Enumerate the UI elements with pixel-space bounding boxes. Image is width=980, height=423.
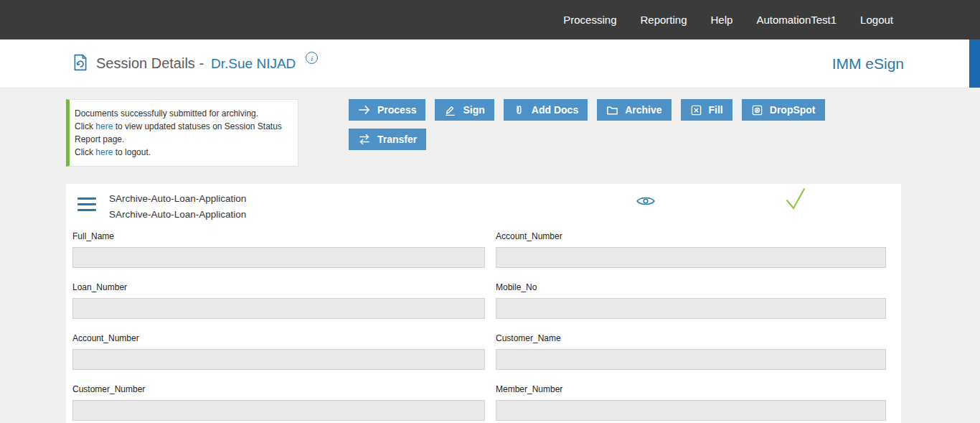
field-label-customer-number: Customer_Number: [72, 384, 485, 394]
boxed-x-icon: [690, 104, 702, 116]
boxed-target-icon: [751, 104, 763, 116]
nav-item-reporting[interactable]: Reporting: [640, 14, 687, 26]
page-title: Session Details -: [96, 55, 204, 72]
field-account-number: Account_Number: [496, 231, 886, 268]
field-label-full-name: Full_Name: [72, 231, 485, 241]
dropspot-button[interactable]: DropSpot: [742, 99, 825, 121]
double-arrow-icon: [358, 133, 371, 146]
field-label-loan-number: Loan_Number: [72, 282, 485, 292]
brand-logo: IMM eSign: [832, 55, 904, 73]
action-toolbar: Process Sign Add Docs: [349, 99, 851, 150]
top-nav: Processing Reporting Help AutomationTest…: [0, 0, 980, 39]
field-member-number: Member_Number: [496, 384, 886, 421]
header-edge-accent: [969, 39, 980, 88]
field-full-name: Full_Name: [72, 231, 485, 268]
transfer-button[interactable]: Transfer: [349, 129, 426, 150]
arrow-right-icon: [358, 103, 371, 116]
document-subtitle: SArchive-Auto-Loan-Application: [109, 207, 246, 223]
field-loan-number: Loan_Number: [72, 282, 485, 319]
menu-icon[interactable]: [77, 197, 96, 231]
field-input-account-number[interactable]: [496, 247, 886, 268]
field-label-mobile-no: Mobile_No: [496, 282, 886, 292]
session-status-report-link[interactable]: here: [95, 121, 113, 131]
field-input-customer-name[interactable]: [496, 349, 886, 370]
document-card: SArchive-Auto-Loan-Application SArchive-…: [66, 184, 901, 423]
document-title: SArchive-Auto-Loan-Application: [109, 191, 246, 207]
field-mobile-no: Mobile_No: [496, 282, 886, 319]
folder-icon: [606, 104, 618, 116]
field-label-account-number-2: Account_Number: [72, 333, 485, 343]
field-input-loan-number[interactable]: [72, 298, 485, 319]
field-input-account-number-2[interactable]: [72, 349, 485, 370]
check-icon: [785, 187, 806, 214]
header-bar: Session Details - Dr.Sue NIJAD IMM eSign: [0, 39, 980, 88]
add-docs-button[interactable]: Add Docs: [504, 99, 588, 121]
field-input-customer-number[interactable]: [72, 400, 485, 421]
session-details-page: Processing Reporting Help AutomationTest…: [0, 0, 980, 423]
document-fields-grid: Full_Name Account_Number Loan_Number Mob…: [66, 231, 901, 423]
fill-button[interactable]: Fill: [681, 99, 732, 121]
field-label-account-number: Account_Number: [496, 231, 886, 241]
field-customer-name: Customer_Name: [496, 333, 886, 370]
notification-line3: Click here to logout.: [75, 146, 289, 159]
session-name[interactable]: Dr.Sue NIJAD: [211, 56, 296, 72]
pen-icon: [444, 104, 456, 116]
nav-item-logout[interactable]: Logout: [860, 14, 893, 26]
field-account-number-2: Account_Number: [72, 333, 485, 370]
nav-item-processing[interactable]: Processing: [563, 14, 616, 26]
main-content: Documents successfully submitted for arc…: [0, 88, 980, 423]
nav-item-user[interactable]: AutomationTest1: [756, 14, 837, 26]
paperclip-icon: [513, 104, 525, 116]
field-input-member-number[interactable]: [496, 400, 886, 421]
archive-button[interactable]: Archive: [597, 99, 671, 121]
field-label-member-number: Member_Number: [496, 384, 886, 394]
nav-item-help[interactable]: Help: [711, 14, 733, 26]
sign-button[interactable]: Sign: [435, 99, 494, 121]
field-customer-number: Customer_Number: [72, 384, 485, 421]
notification-box: Documents successfully submitted for arc…: [66, 99, 298, 167]
notification-line1: Documents successfully submitted for arc…: [75, 107, 289, 120]
info-icon[interactable]: [306, 52, 318, 64]
field-label-customer-name: Customer_Name: [496, 333, 886, 343]
session-details-icon: [72, 54, 89, 74]
process-button[interactable]: Process: [349, 99, 425, 121]
field-input-mobile-no[interactable]: [496, 298, 886, 319]
notification-line2: Click here to view updated statuses on S…: [75, 120, 289, 146]
logout-link[interactable]: here: [95, 147, 113, 157]
field-input-full-name[interactable]: [72, 247, 485, 268]
eye-icon[interactable]: [636, 195, 655, 210]
